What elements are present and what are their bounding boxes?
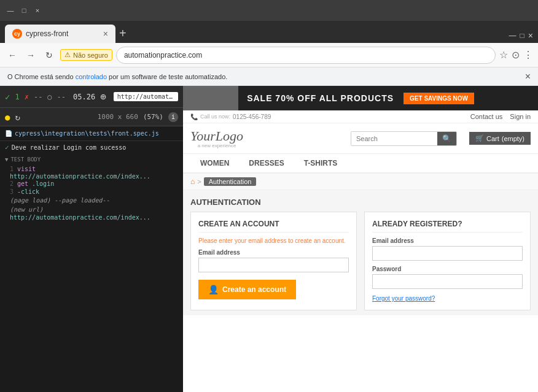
cmd-get: get	[17, 180, 28, 187]
window-restore-button[interactable]: □	[20, 6, 28, 15]
info-bar-link[interactable]: controlado	[76, 73, 107, 80]
nav-item-tshirts[interactable]: T-SHIRTS	[294, 154, 348, 174]
auth-title: AUTHENTICATION	[190, 195, 531, 212]
line-num-3: 3	[5, 188, 14, 195]
new-url-log: (new url)	[5, 205, 178, 214]
code-line-1: 1 visit	[5, 165, 178, 173]
security-label: Não seguro	[73, 52, 108, 59]
cypress-panel: ✓ 1 ✗ -- ○ -- 05.26 ⊕ http://automationp…	[0, 86, 183, 392]
shop-top-header: 📞 Call us now: 0125-456-789 Contact us S…	[183, 110, 538, 123]
logo-search-row: YourLogo a new experience 🔍 🛒 Cart (empt…	[183, 123, 538, 154]
sale-banner: SALE 70% OFF ALL PRODUCTS GET SAVINGS NO…	[183, 86, 538, 110]
pending-icon: ○	[47, 93, 52, 101]
shop-phone: 📞 Call us now: 0125-456-789	[190, 113, 271, 120]
forward-button[interactable]: →	[23, 48, 38, 63]
browser-content: SALE 70% OFF ALL PRODUCTS GET SAVINGS NO…	[183, 86, 538, 392]
fail-icon: ✗	[25, 93, 29, 101]
phone-number: 0125-456-789	[233, 113, 271, 120]
breadcrumb-separator: >	[197, 178, 201, 185]
search-input[interactable]	[351, 132, 437, 145]
cart-label: Cart	[486, 135, 499, 142]
new-url-value: http://automationpractice.com/index...	[5, 214, 178, 221]
test-item[interactable]: ✓ Deve realizar Login com sucesso	[0, 141, 183, 154]
bookmark-icon[interactable]: ☆	[499, 49, 508, 61]
signin-link[interactable]: Sign in	[510, 113, 531, 120]
cypress-subtoolbar: ● ↻ 1000 x 660 (57%) i	[0, 108, 183, 126]
window-minimize-icon[interactable]: —	[509, 31, 517, 40]
info-bar-close-button[interactable]: ×	[525, 71, 531, 82]
info-bar-text: O Chrome está sendo controlado por um so…	[7, 73, 227, 80]
create-panel-hint: Please enter your email address to creat…	[198, 237, 349, 244]
phone-icon: 📞	[190, 113, 198, 120]
login-email-label: Email address	[372, 237, 523, 244]
cy-refresh-icon[interactable]: ↻	[15, 112, 20, 122]
resolution-display: 1000 x 660	[98, 113, 138, 121]
zoom-percent: (57%)	[143, 113, 163, 121]
cmd-click: -click	[17, 188, 39, 195]
forgot-password-link[interactable]: Forgot your password?	[372, 295, 435, 302]
login-panel-title: ALREADY REGISTERED?	[372, 220, 523, 233]
get-savings-button[interactable]: GET SAVINGS NOW	[404, 93, 474, 104]
shop-nav: WOMEN DRESSES T-SHIRTS	[183, 154, 538, 174]
breadcrumb-current: Authentication	[204, 177, 257, 186]
sale-text: SALE 70% OFF ALL PRODUCTS	[247, 93, 394, 103]
info-bar: O Chrome está sendo controlado por um so…	[0, 67, 538, 86]
create-account-button[interactable]: 👤 Create an account	[198, 280, 296, 299]
login-password-input[interactable]	[372, 274, 523, 289]
contact-link[interactable]: Contact us	[470, 113, 503, 120]
test-label: Deve realizar Login com sucesso	[12, 144, 127, 151]
dot-icon: ●	[5, 112, 10, 122]
logo-text: YourLogo	[190, 128, 243, 144]
login-password-label: Password	[372, 266, 523, 272]
window-maximize-icon[interactable]: □	[520, 31, 524, 40]
main-area: ✓ 1 ✗ -- ○ -- 05.26 ⊕ http://automationp…	[0, 86, 538, 392]
login-panel: ALREADY REGISTERED? Email address Passwo…	[364, 212, 531, 310]
create-panel-title: CREATE AN ACCOUNT	[198, 220, 349, 233]
info-icon[interactable]: i	[168, 112, 178, 122]
new-tab-button[interactable]: +	[119, 26, 127, 40]
cart-icon: 🛒	[475, 134, 484, 142]
code-line-2: 2 get .login	[5, 180, 178, 188]
active-tab[interactable]: cy cypress-front ×	[5, 25, 115, 43]
warning-icon: ⚠	[64, 51, 71, 59]
nav-item-dresses[interactable]: DRESSES	[239, 154, 294, 174]
body-header-text: TEST BODY	[10, 156, 41, 163]
cypress-toolbar: ✓ 1 ✗ -- ○ -- 05.26 ⊕ http://automationp…	[0, 86, 183, 108]
window-close-icon[interactable]: ×	[528, 31, 533, 40]
more-options-icon[interactable]: ⋮	[523, 49, 533, 61]
file-path: cypress\integration\tests\front.spec.js	[15, 130, 159, 137]
spec-file: 📄 cypress\integration\tests\front.spec.j…	[0, 126, 183, 141]
tab-favicon: cy	[12, 29, 22, 39]
back-button[interactable]: ←	[5, 48, 20, 63]
logo-sub: a new experience	[190, 143, 243, 148]
search-button[interactable]: 🔍	[437, 132, 456, 145]
create-btn-label: Create an account	[222, 285, 286, 294]
tab-bar: cy cypress-front × + — □ ×	[0, 21, 538, 43]
nav-item-women[interactable]: WOMEN	[190, 154, 239, 174]
tab-title: cypress-front	[26, 29, 68, 38]
check-icon: ✓	[5, 92, 10, 102]
security-warning: ⚠ Não seguro	[60, 49, 112, 61]
home-icon[interactable]: ⌂	[190, 177, 195, 186]
fail-count: --	[34, 93, 42, 101]
create-account-panel: CREATE AN ACCOUNT Please enter your emai…	[190, 212, 357, 310]
auth-panels: CREATE AN ACCOUNT Please enter your emai…	[190, 212, 531, 310]
cart-button[interactable]: 🛒 Cart (empty)	[469, 132, 531, 145]
pending-count: --	[57, 93, 66, 101]
breadcrumb: ⌂ > Authentication	[183, 174, 538, 190]
window-min-button[interactable]: —	[6, 6, 15, 15]
create-btn-icon: 👤	[208, 285, 219, 294]
address-input[interactable]	[116, 47, 496, 64]
login-email-input[interactable]	[372, 246, 523, 261]
create-email-label: Email address	[198, 249, 349, 256]
window-close-button[interactable]: ×	[33, 6, 42, 15]
tab-close-button[interactable]: ×	[103, 29, 108, 39]
logo: YourLogo a new experience	[190, 128, 243, 148]
test-body-header: ▼ TEST BODY	[5, 156, 178, 163]
create-email-input[interactable]	[198, 258, 349, 272]
refresh-button[interactable]: ↻	[42, 48, 57, 63]
get-arg: .login	[32, 180, 54, 187]
page-load-log: (page load) --page loaded--	[5, 196, 178, 205]
auth-section: AUTHENTICATION CREATE AN ACCOUNT Please …	[183, 190, 538, 315]
account-icon[interactable]: ⊙	[512, 49, 520, 61]
